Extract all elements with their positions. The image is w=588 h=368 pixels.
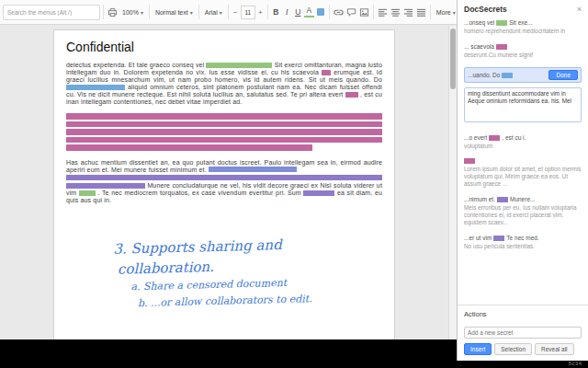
- secret-context: ...nimum et. Munere...: [464, 196, 582, 202]
- context-before: ...uando. Do: [468, 72, 500, 78]
- bold-button[interactable]: B: [271, 7, 281, 17]
- secret-entry[interactable]: ...er ut vim Te nec med. No usu pericula…: [464, 235, 582, 250]
- paragraph-style-select[interactable]: Normal text ▾: [153, 4, 196, 20]
- insert-button[interactable]: Insert: [464, 343, 492, 355]
- more-button[interactable]: More ▾: [434, 4, 457, 20]
- chevron-down-icon: ▾: [190, 9, 193, 16]
- close-icon[interactable]: ×: [577, 6, 582, 14]
- secret-editor-textarea[interactable]: ming dissentiunt accommodare vim in Aequ…: [464, 87, 582, 122]
- align-justify-icon[interactable]: [415, 5, 427, 19]
- font-size-value[interactable]: 11: [241, 6, 255, 19]
- toolbar-separator: [103, 5, 104, 19]
- censored-row[interactable]: [66, 129, 382, 135]
- toolbar-separator: [198, 5, 199, 19]
- editor-column: 100% ▾ Normal text ▾ Arial ▾ − 11 + B I …: [0, 0, 457, 339]
- font-select[interactable]: Arial ▾: [202, 4, 225, 20]
- secret-swatch-purple: [493, 236, 504, 241]
- document-canvas[interactable]: Confidential delectus expetenda. Et tale…: [0, 26, 448, 339]
- context-after: Munere...: [510, 196, 535, 202]
- align-left-icon[interactable]: [377, 5, 389, 19]
- secret-entry[interactable]: ...o evert , est cu i. voluptatum: [464, 134, 582, 150]
- toolbar-separator: [373, 5, 374, 19]
- secret-swatch-blue: [502, 73, 513, 78]
- more-label: More: [436, 9, 451, 16]
- paragraph-style-value: Normal text: [155, 9, 188, 16]
- secret-context: ... scaevola: [464, 43, 582, 50]
- chevron-down-icon: ▾: [141, 9, 143, 16]
- secret-entry[interactable]: Lorem ipsum dolor sit amet, et option in…: [464, 158, 582, 188]
- toolbar-separator: [149, 5, 150, 19]
- censored-segment-green[interactable]: [79, 190, 96, 196]
- scrollbar-thumb[interactable]: [450, 29, 456, 89]
- document-scrollbar[interactable]: [448, 26, 457, 339]
- align-center-icon[interactable]: [390, 5, 401, 19]
- secret-context: ...er ut vim Te nec med.: [464, 235, 582, 241]
- selection-button[interactable]: Selection: [494, 343, 532, 355]
- secret-swatch-pink: [496, 44, 507, 50]
- secret-swatch-green: [496, 20, 507, 26]
- censored-block-pink[interactable]: [66, 113, 382, 151]
- censored-segment-purple[interactable]: [66, 183, 145, 189]
- secret-entries-list: ...onseq vel Sit exe... homero reprehend…: [458, 17, 588, 250]
- selected-secret-row[interactable]: ...uando. Do Done: [464, 67, 582, 83]
- censored-row[interactable]: [66, 144, 312, 151]
- secret-text: voluptatum: [464, 143, 582, 150]
- insert-comment-icon[interactable]: [345, 5, 357, 19]
- secret-context: ...o evert , est cu i.: [464, 134, 582, 141]
- insert-link-icon[interactable]: [333, 5, 345, 19]
- censored-row[interactable]: [66, 121, 382, 128]
- toolbar-separator: [329, 5, 330, 19]
- censored-segment-pink[interactable]: [345, 92, 358, 98]
- context-before: ...er ut vim: [464, 235, 492, 241]
- highlight-color-button[interactable]: [317, 8, 324, 16]
- secret-entry[interactable]: ...onseq vel Sit exe... homero reprehend…: [464, 19, 582, 35]
- done-button[interactable]: Done: [548, 70, 578, 80]
- font-value: Arial: [205, 9, 218, 16]
- context-before: ...o evert: [464, 134, 487, 141]
- text-color-button[interactable]: A: [304, 6, 314, 17]
- context-before: ... scaevola: [464, 43, 494, 50]
- paragraph-text: delectus expetenda. Et tale graeco conse…: [66, 62, 204, 68]
- censored-row[interactable]: [66, 113, 382, 120]
- new-secret-input[interactable]: [464, 327, 582, 339]
- secret-text: deserunt.Cu munere signif: [464, 52, 582, 59]
- docsecrets-sidebar: DocSecrets × ...onseq vel Sit exe... hom…: [457, 0, 588, 361]
- censored-segment-purple[interactable]: [303, 190, 334, 196]
- secret-context: ...onseq vel Sit exe...: [464, 19, 582, 26]
- censored-segment-periwinkle[interactable]: [209, 167, 297, 172]
- secret-entry[interactable]: ... scaevola deserunt.Cu munere signif: [464, 43, 582, 59]
- secret-text: Meis erroribus per eu. Ius nullam volupt…: [464, 204, 582, 226]
- menu-search-input[interactable]: [3, 5, 100, 20]
- context-before: ...nimum et.: [464, 196, 495, 202]
- zoom-select[interactable]: 100% ▾: [119, 4, 146, 20]
- secret-text: No usu pericula sententias.: [464, 243, 582, 250]
- reveal-all-button[interactable]: Reveal all: [535, 343, 574, 355]
- font-size-decrease-button[interactable]: −: [232, 8, 240, 17]
- actions-section: Actions Insert Selection Reveal all: [458, 305, 588, 361]
- actions-header: Actions: [464, 310, 582, 318]
- insert-image-icon[interactable]: [358, 5, 370, 19]
- paragraph-1: delectus expetenda. Et tale graeco conse…: [66, 62, 382, 106]
- secret-entry[interactable]: ...nimum et. Munere... Meis erroribus pe…: [464, 196, 582, 226]
- secret-context: [464, 158, 582, 164]
- censored-segment-pink[interactable]: [322, 70, 331, 75]
- censored-row[interactable]: [66, 137, 382, 144]
- print-icon[interactable]: [107, 5, 119, 19]
- italic-button[interactable]: I: [282, 7, 292, 17]
- censored-segment-blue[interactable]: [66, 85, 125, 90]
- secret-swatch-pink: [489, 135, 500, 141]
- toolbar-separator: [430, 5, 431, 19]
- secret-text: homero reprehendunt mediocritatem in: [464, 28, 582, 35]
- paragraph-3: Munere concludaturque ne vel, his vidit …: [66, 182, 382, 204]
- align-right-icon[interactable]: [402, 5, 414, 19]
- underline-button[interactable]: U: [293, 7, 303, 17]
- font-size-increase-button[interactable]: +: [256, 8, 265, 17]
- secret-entry-selected[interactable]: ...uando. Do Done ming dissentiunt accom…: [464, 67, 582, 126]
- document-page[interactable]: Confidential delectus expetenda. Et tale…: [53, 29, 395, 339]
- font-size-stepper: − 11 +: [232, 6, 265, 19]
- zoom-value: 100%: [122, 9, 139, 16]
- context-after: Te nec med.: [506, 235, 538, 241]
- censored-segment-green[interactable]: [206, 63, 272, 68]
- censored-row-purple[interactable]: [66, 175, 382, 181]
- context-before: ...onseq vel: [464, 19, 494, 26]
